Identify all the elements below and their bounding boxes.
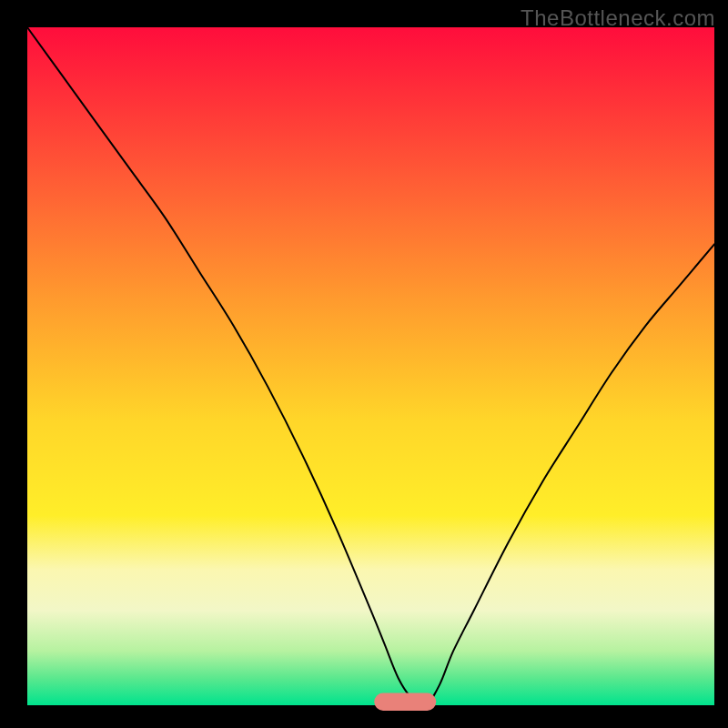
plot-background	[27, 27, 714, 705]
bottleneck-chart: TheBottleneck.com	[0, 0, 728, 728]
optimal-zone-marker	[374, 693, 436, 711]
chart-plot-svg	[0, 0, 728, 728]
watermark-text: TheBottleneck.com	[521, 5, 715, 31]
